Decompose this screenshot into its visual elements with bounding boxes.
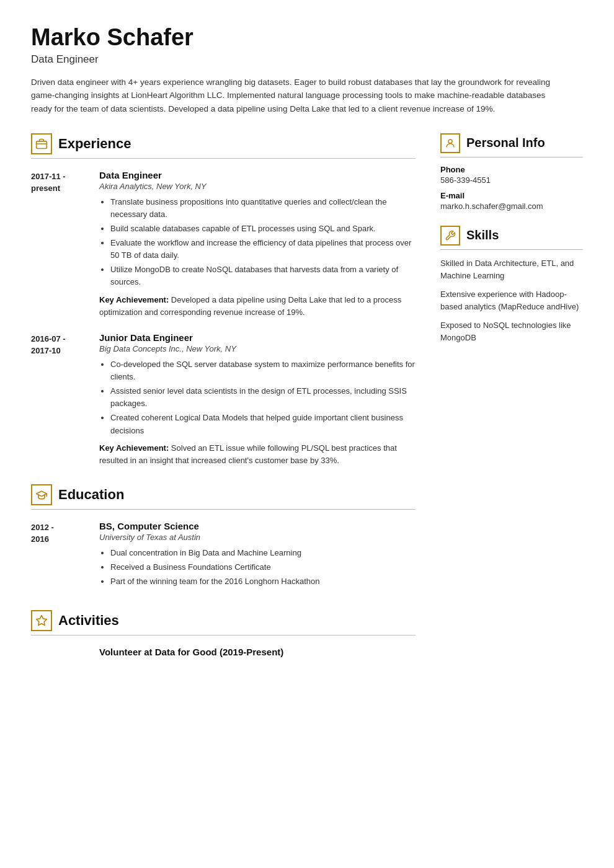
experience-icon	[31, 133, 52, 154]
svg-rect-0	[37, 141, 47, 148]
company-1: Akira Analytics, New York, NY	[99, 182, 416, 191]
skill-item-2: Extensive experience with Hadoop-based a…	[440, 288, 583, 313]
skills-title: Skills	[466, 228, 499, 242]
skills-icon	[440, 226, 460, 246]
education-icon	[31, 484, 52, 505]
experience-divider	[31, 158, 416, 159]
experience-header: Experience	[31, 133, 416, 154]
bullet-1-3: Evaluate the workflow and increase the e…	[110, 237, 416, 262]
activities-divider	[31, 635, 416, 636]
education-content-1: BS, Computer Science University of Texas…	[99, 521, 416, 593]
edu-bullet-1-1: Dual concentration in Big Data and Machi…	[110, 547, 416, 559]
personal-info-title: Personal Info	[466, 136, 545, 150]
skills-section: Skills Skilled in Data Architecture, ETL…	[440, 226, 583, 345]
phone-value: 586-339-4551	[440, 175, 583, 185]
personal-info-header: Personal Info	[440, 133, 583, 153]
skill-item-1: Skilled in Data Architecture, ETL, and M…	[440, 257, 583, 282]
job-title-1: Data Engineer	[99, 170, 416, 180]
company-2: Big Data Concepts Inc., New York, NY	[99, 344, 416, 353]
right-column: Personal Info Phone 586-339-4551 E-mail …	[440, 133, 583, 360]
degree-1: BS, Computer Science	[99, 521, 416, 531]
resume-header: Marko Schafer Data Engineer Driven data …	[31, 25, 583, 116]
activities-title: Activities	[58, 613, 119, 629]
experience-date-2: 2016-07 - 2017-10	[31, 332, 99, 467]
left-column: Experience 2017-11 - present Data Engine…	[31, 133, 416, 675]
education-divider	[31, 509, 416, 510]
skills-divider	[440, 249, 583, 250]
bullets-1: Translate business propositions into qua…	[99, 196, 416, 289]
bullet-2-1: Co-developed the SQL server database sys…	[110, 358, 416, 383]
activities-header: Activities	[31, 610, 416, 631]
email-label: E-mail	[440, 191, 583, 200]
education-entry-1: 2012 - 2016 BS, Computer Science Univers…	[31, 521, 416, 593]
experience-content-2: Junior Data Engineer Big Data Concepts I…	[99, 332, 416, 467]
personal-info-icon	[440, 133, 460, 153]
experience-entry-2: 2016-07 - 2017-10 Junior Data Engineer B…	[31, 332, 416, 467]
experience-date-1: 2017-11 - present	[31, 170, 99, 319]
bullet-1-4: Utilize MongoDB to create NoSQL database…	[110, 264, 416, 288]
svg-marker-4	[37, 616, 47, 626]
bullet-1-2: Build scalable databases capable of ETL …	[110, 223, 416, 235]
personal-info-section: Personal Info Phone 586-339-4551 E-mail …	[440, 133, 583, 211]
candidate-name: Marko Schafer	[31, 25, 583, 51]
candidate-title: Data Engineer	[31, 53, 583, 66]
bullet-2-2: Assisted senior level data scientists in…	[110, 385, 416, 410]
bullets-2: Co-developed the SQL server database sys…	[99, 358, 416, 437]
education-date-1: 2012 - 2016	[31, 521, 99, 593]
education-title: Education	[58, 487, 124, 503]
school-1: University of Texas at Austin	[99, 533, 416, 542]
experience-section: Experience 2017-11 - present Data Engine…	[31, 133, 416, 467]
skill-item-3: Exposed to NoSQL technologies like Mongo…	[440, 319, 583, 344]
education-header: Education	[31, 484, 416, 505]
education-section: Education 2012 - 2016 BS, Computer Scien…	[31, 484, 416, 593]
activity-entry-1: Volunteer at Data for Good (2019-Present…	[99, 647, 416, 657]
personal-info-divider	[440, 157, 583, 157]
activities-section: Activities Volunteer at Data for Good (2…	[31, 610, 416, 657]
experience-content-1: Data Engineer Akira Analytics, New York,…	[99, 170, 416, 319]
phone-label: Phone	[440, 165, 583, 174]
skills-header: Skills	[440, 226, 583, 246]
bullet-2-3: Created coherent Logical Data Models tha…	[110, 412, 416, 436]
main-layout: Experience 2017-11 - present Data Engine…	[31, 133, 583, 675]
activities-icon	[31, 610, 52, 631]
experience-entry-1: 2017-11 - present Data Engineer Akira An…	[31, 170, 416, 319]
email-value: marko.h.schafer@gmail.com	[440, 202, 583, 211]
edu-bullet-1-2: Received a Business Foundations Certific…	[110, 561, 416, 574]
edu-bullet-1-3: Part of the winning team for the 2016 Lo…	[110, 575, 416, 588]
candidate-summary: Driven data engineer with 4+ years exper…	[31, 76, 564, 116]
svg-point-5	[448, 140, 452, 143]
job-title-2: Junior Data Engineer	[99, 332, 416, 343]
achievement-2: Key Achievement: Solved an ETL issue whi…	[99, 442, 416, 467]
experience-title: Experience	[58, 136, 131, 152]
bullet-1-1: Translate business propositions into qua…	[110, 196, 416, 221]
edu-bullets-1: Dual concentration in Big Data and Machi…	[99, 547, 416, 588]
achievement-1: Key Achievement: Developed a data pipeli…	[99, 294, 416, 319]
